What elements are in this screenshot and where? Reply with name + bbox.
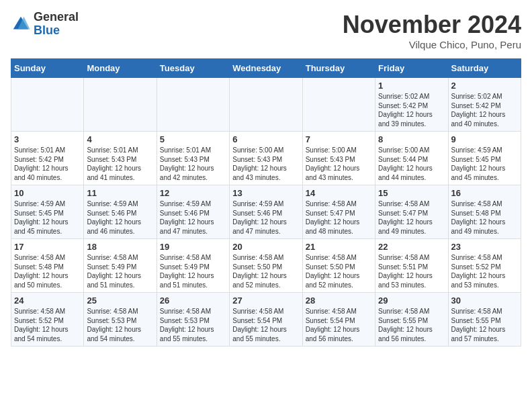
- day-info: Sunrise: 5:00 AM Sunset: 5:43 PM Dayligh…: [232, 146, 299, 182]
- calendar-week-row: 24Sunrise: 4:58 AM Sunset: 5:52 PM Dayli…: [11, 293, 521, 347]
- day-number: 12: [160, 188, 226, 198]
- calendar-cell: 24Sunrise: 4:58 AM Sunset: 5:52 PM Dayli…: [11, 293, 84, 347]
- calendar-cell: [84, 78, 157, 132]
- day-info: Sunrise: 4:58 AM Sunset: 5:51 PM Dayligh…: [378, 253, 445, 289]
- day-number: 9: [451, 134, 518, 144]
- day-info: Sunrise: 5:02 AM Sunset: 5:42 PM Dayligh…: [378, 92, 445, 128]
- day-number: 23: [451, 242, 518, 252]
- day-info: Sunrise: 4:59 AM Sunset: 5:45 PM Dayligh…: [451, 146, 518, 182]
- col-header-sunday: Sunday: [11, 59, 84, 78]
- calendar-week-row: 10Sunrise: 4:59 AM Sunset: 5:45 PM Dayli…: [11, 185, 521, 239]
- day-info: Sunrise: 4:58 AM Sunset: 5:50 PM Dayligh…: [232, 253, 299, 289]
- calendar-cell: [11, 78, 84, 132]
- calendar-cell: 19Sunrise: 4:58 AM Sunset: 5:49 PM Dayli…: [157, 239, 229, 293]
- day-info: Sunrise: 4:58 AM Sunset: 5:54 PM Dayligh…: [232, 307, 299, 343]
- day-info: Sunrise: 4:58 AM Sunset: 5:49 PM Dayligh…: [160, 253, 226, 289]
- day-number: 16: [451, 188, 518, 198]
- calendar-week-row: 17Sunrise: 4:58 AM Sunset: 5:48 PM Dayli…: [11, 239, 521, 293]
- day-info: Sunrise: 4:58 AM Sunset: 5:47 PM Dayligh…: [378, 199, 445, 236]
- day-info: Sunrise: 4:58 AM Sunset: 5:49 PM Dayligh…: [87, 253, 153, 289]
- calendar-week-row: 3Sunrise: 5:01 AM Sunset: 5:42 PM Daylig…: [11, 132, 521, 185]
- calendar-table: SundayMondayTuesdayWednesdayThursdayFrid…: [11, 58, 521, 347]
- calendar-cell: 27Sunrise: 4:58 AM Sunset: 5:54 PM Dayli…: [230, 293, 302, 347]
- day-info: Sunrise: 5:00 AM Sunset: 5:44 PM Dayligh…: [378, 146, 445, 182]
- calendar-cell: 14Sunrise: 4:58 AM Sunset: 5:47 PM Dayli…: [302, 185, 375, 239]
- calendar-cell: 12Sunrise: 4:59 AM Sunset: 5:46 PM Dayli…: [157, 185, 229, 239]
- calendar-cell: 11Sunrise: 4:59 AM Sunset: 5:46 PM Dayli…: [84, 185, 157, 239]
- col-header-friday: Friday: [375, 59, 448, 78]
- day-info: Sunrise: 4:59 AM Sunset: 5:46 PM Dayligh…: [160, 199, 226, 236]
- day-info: Sunrise: 4:59 AM Sunset: 5:46 PM Dayligh…: [232, 199, 299, 236]
- day-info: Sunrise: 4:58 AM Sunset: 5:55 PM Dayligh…: [378, 307, 445, 343]
- col-header-tuesday: Tuesday: [157, 59, 229, 78]
- day-info: Sunrise: 4:58 AM Sunset: 5:53 PM Dayligh…: [87, 307, 153, 343]
- calendar-cell: [230, 78, 302, 132]
- day-number: 6: [232, 134, 299, 144]
- logo: General Blue: [11, 11, 79, 38]
- day-number: 17: [14, 242, 81, 252]
- day-info: Sunrise: 5:02 AM Sunset: 5:42 PM Dayligh…: [451, 92, 518, 128]
- day-number: 3: [14, 134, 81, 144]
- title-block: November 2024 Vilque Chico, Puno, Peru: [343, 11, 521, 50]
- day-number: 20: [232, 242, 299, 252]
- day-info: Sunrise: 4:59 AM Sunset: 5:46 PM Dayligh…: [87, 199, 153, 236]
- day-number: 5: [160, 134, 226, 144]
- calendar-cell: 15Sunrise: 4:58 AM Sunset: 5:47 PM Dayli…: [375, 185, 448, 239]
- col-header-monday: Monday: [84, 59, 157, 78]
- logo-icon: [11, 14, 31, 34]
- calendar-cell: 6Sunrise: 5:00 AM Sunset: 5:43 PM Daylig…: [230, 132, 302, 185]
- calendar-cell: 7Sunrise: 5:00 AM Sunset: 5:43 PM Daylig…: [302, 132, 375, 185]
- calendar-cell: 13Sunrise: 4:59 AM Sunset: 5:46 PM Dayli…: [230, 185, 302, 239]
- calendar-cell: 30Sunrise: 4:58 AM Sunset: 5:55 PM Dayli…: [448, 293, 521, 347]
- day-number: 7: [306, 134, 372, 144]
- day-number: 10: [14, 188, 81, 198]
- day-number: 21: [306, 242, 372, 252]
- calendar-cell: [157, 78, 229, 132]
- day-info: Sunrise: 4:58 AM Sunset: 5:54 PM Dayligh…: [306, 307, 372, 343]
- day-number: 29: [378, 295, 445, 306]
- day-info: Sunrise: 4:58 AM Sunset: 5:52 PM Dayligh…: [14, 307, 81, 343]
- day-number: 24: [14, 295, 81, 306]
- day-number: 13: [232, 188, 299, 198]
- day-number: 8: [378, 134, 445, 144]
- day-number: 25: [87, 295, 153, 306]
- day-number: 26: [160, 295, 226, 306]
- logo-blue-text: Blue: [34, 24, 79, 38]
- calendar-cell: 26Sunrise: 4:58 AM Sunset: 5:53 PM Dayli…: [157, 293, 229, 347]
- calendar-cell: 25Sunrise: 4:58 AM Sunset: 5:53 PM Dayli…: [84, 293, 157, 347]
- calendar-cell: 8Sunrise: 5:00 AM Sunset: 5:44 PM Daylig…: [375, 132, 448, 185]
- day-number: 19: [160, 242, 226, 252]
- calendar-week-row: 1Sunrise: 5:02 AM Sunset: 5:42 PM Daylig…: [11, 78, 521, 132]
- page-header: General Blue November 2024 Vilque Chico,…: [11, 11, 521, 50]
- day-info: Sunrise: 5:01 AM Sunset: 5:43 PM Dayligh…: [87, 146, 153, 182]
- calendar-cell: 10Sunrise: 4:59 AM Sunset: 5:45 PM Dayli…: [11, 185, 84, 239]
- day-number: 14: [306, 188, 372, 198]
- day-info: Sunrise: 4:58 AM Sunset: 5:48 PM Dayligh…: [451, 199, 518, 236]
- col-header-saturday: Saturday: [448, 59, 521, 78]
- calendar-cell: 4Sunrise: 5:01 AM Sunset: 5:43 PM Daylig…: [84, 132, 157, 185]
- calendar-cell: 29Sunrise: 4:58 AM Sunset: 5:55 PM Dayli…: [375, 293, 448, 347]
- day-info: Sunrise: 5:01 AM Sunset: 5:43 PM Dayligh…: [160, 146, 226, 182]
- day-number: 2: [451, 81, 518, 91]
- day-number: 27: [232, 295, 299, 306]
- day-number: 30: [451, 295, 518, 306]
- col-header-wednesday: Wednesday: [230, 59, 302, 78]
- calendar-header-row: SundayMondayTuesdayWednesdayThursdayFrid…: [11, 59, 521, 78]
- day-info: Sunrise: 4:59 AM Sunset: 5:45 PM Dayligh…: [14, 199, 81, 236]
- calendar-cell: 21Sunrise: 4:58 AM Sunset: 5:50 PM Dayli…: [302, 239, 375, 293]
- calendar-cell: 5Sunrise: 5:01 AM Sunset: 5:43 PM Daylig…: [157, 132, 229, 185]
- day-info: Sunrise: 4:58 AM Sunset: 5:48 PM Dayligh…: [14, 253, 81, 289]
- calendar-cell: 22Sunrise: 4:58 AM Sunset: 5:51 PM Dayli…: [375, 239, 448, 293]
- logo-general-text: General: [34, 11, 79, 24]
- day-info: Sunrise: 4:58 AM Sunset: 5:50 PM Dayligh…: [306, 253, 372, 289]
- calendar-cell: 20Sunrise: 4:58 AM Sunset: 5:50 PM Dayli…: [230, 239, 302, 293]
- day-info: Sunrise: 4:58 AM Sunset: 5:53 PM Dayligh…: [160, 307, 226, 343]
- calendar-cell: 28Sunrise: 4:58 AM Sunset: 5:54 PM Dayli…: [302, 293, 375, 347]
- day-number: 28: [306, 295, 372, 306]
- day-info: Sunrise: 4:58 AM Sunset: 5:47 PM Dayligh…: [306, 199, 372, 236]
- day-number: 15: [378, 188, 445, 198]
- calendar-cell: 9Sunrise: 4:59 AM Sunset: 5:45 PM Daylig…: [448, 132, 521, 185]
- day-number: 18: [87, 242, 153, 252]
- calendar-cell: 18Sunrise: 4:58 AM Sunset: 5:49 PM Dayli…: [84, 239, 157, 293]
- day-info: Sunrise: 4:58 AM Sunset: 5:55 PM Dayligh…: [451, 307, 518, 343]
